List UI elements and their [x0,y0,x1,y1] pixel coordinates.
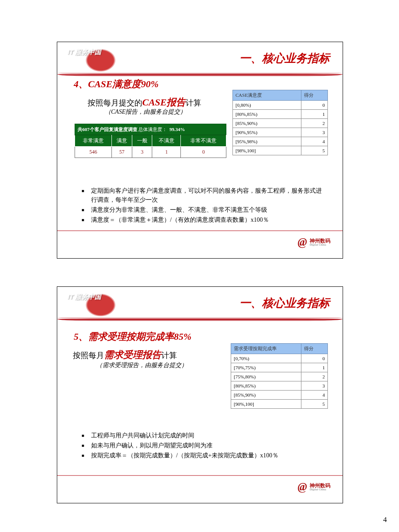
score-range: [75%,80%) [231,372,301,381]
survey-h: 非常不满意 [181,135,226,147]
score-table: 需求受理按期完成率 得分 [0,70%)0 [70%,75%)1 [75%,80… [231,343,328,409]
list-item: 定期面向客户进行客户满意度调查，可以对不同的服务内容，服务工程师，服务形式进行调… [82,186,324,204]
score-table: CASE满意度 得分 [0,80%)0 [80%,85%)1 [85%,90%)… [232,90,328,155]
score-range: [90%,95%) [233,128,301,137]
it-badge: IT 服务中国 [68,293,101,301]
list-item: 满意度分为非常满意、满意、一般、不满意、非常不满意五个等级 [82,205,324,214]
score-range: [70%,75%) [231,363,301,372]
score-value: 4 [301,391,328,400]
score-header-score: 得分 [301,344,328,354]
score-value: 5 [301,400,328,409]
score-header-range: CASE满意度 [233,90,301,101]
survey-v: 3 [132,147,152,158]
logo-swirl-icon: @ [298,480,307,493]
survey-summary: 共607个客户回复满意度调查 总体满意度： 99.34% [75,124,226,135]
table-row: [80%,85%)1 [233,110,328,119]
score-value: 5 [301,146,328,155]
table-row: [80%,85%)3 [231,381,328,391]
survey-count: 共607个客户回复满意度调查 [78,127,137,132]
slide-desc-sub: （CASE报告，由服务台提交） [105,108,186,116]
score-range: [90%,100] [231,400,301,409]
footer-logo: @ 神州数码 Digital China [298,480,330,493]
table-header-row: CASE满意度 得分 [233,90,328,101]
slide-desc: 按照每月提交的CASE报告计算 [88,96,201,109]
section-title: 一、核心业务指标 [239,51,330,66]
desc-pre: 按照每月 [73,351,104,360]
slide-subtitle: 5、需求受理按期完成率85% [74,330,260,343]
footer-divider [57,475,343,476]
score-value: 2 [301,119,328,128]
score-header-range: 需求受理按期完成率 [231,344,301,354]
bullet-list: 定期面向客户进行客户满意度调查，可以对不同的服务内容，服务工程师，服务形式进行调… [82,186,324,225]
logo-cn: 神州数码 [310,238,330,243]
survey-v: 546 [75,147,112,158]
slide-1: IT 服务中国 一、核心业务指标 4、CASE满意度90% 按照每月提交的CAS… [57,42,343,259]
table-header-row: 非常满意 满意 一般 不满意 非常不满意 [75,135,226,147]
score-value: 3 [301,128,328,137]
table-row: [0,70%)0 [231,354,328,363]
score-value: 1 [301,110,328,119]
table-row: [85%,90%)2 [233,119,328,128]
survey-block: 共607个客户回复满意度调查 总体满意度： 99.34% 非常满意 满意 一般 … [75,124,226,158]
desc-post: 计算 [186,99,201,107]
survey-h: 一般 [132,135,152,147]
survey-h: 满意 [112,135,132,147]
desc-post: 计算 [161,351,177,360]
slide-2: IT 服务中国 一、核心业务指标 5、需求受理按期完成率85% 按照每月需求受理… [57,286,343,503]
bullet-list: 工程师与用户共同确认计划完成的时间 如未与用户确认，则以用户期望完成时间为准 按… [82,431,324,461]
logo-en: Digital China [310,243,330,246]
survey-v: 57 [112,147,132,158]
slide-subtitle: 4、CASE满意度90% [74,78,159,91]
table-row: [95%,98%)4 [233,137,328,146]
table-row: 546 57 3 1 0 [75,147,226,158]
list-item: 满意度＝（非常满意＋满意）/（有效的满意度调查表数量）x100％ [82,215,324,224]
logo-en: Digital China [310,488,330,491]
table-row: [70%,75%)1 [231,363,328,372]
table-header-row: 需求受理按期完成率 得分 [231,344,328,354]
score-range: [85%,90%) [231,391,301,400]
logo-cn: 神州数码 [310,483,330,488]
desc-pre: 按照每月提交的 [88,99,142,107]
page-number: 4 [383,516,387,524]
slide-desc-sub: （需求受理报告，由服务台提交） [96,361,187,369]
list-item: 按期完成率＝（按期完成数量）/（按期完成+未按期完成数量）x100％ [82,451,324,460]
logo-swirl-icon: @ [298,236,307,249]
score-value: 2 [301,372,328,381]
section-title: 一、核心业务指标 [239,296,330,311]
table-row: [75%,80%)2 [231,372,328,381]
score-range: [0,70%) [231,354,301,363]
header-divider [57,319,343,321]
survey-v: 1 [152,147,181,158]
score-header-score: 得分 [301,90,328,101]
table-row: [90%,100]5 [231,400,328,409]
survey-table: 非常满意 满意 一般 不满意 非常不满意 546 57 3 1 0 [75,135,226,158]
score-value: 1 [301,363,328,372]
footer-divider [57,230,343,231]
table-row: [90%,95%)3 [233,128,328,137]
survey-pct: 99.34% [170,127,185,132]
score-range: [95%,98%) [233,137,301,146]
score-value: 0 [301,101,328,110]
table-row: [85%,90%)4 [231,391,328,400]
table-row: [98%,100]5 [233,146,328,155]
score-range: [98%,100] [233,146,301,155]
score-range: [0,80%) [233,101,301,110]
list-item: 如未与用户确认，则以用户期望完成时间为准 [82,441,324,450]
survey-h: 不满意 [152,135,181,147]
score-value: 0 [301,354,328,363]
score-range: [85%,90%) [233,119,301,128]
desc-em: 需求受理报告 [104,349,161,360]
header-divider [57,74,343,76]
table-row: [0,80%)0 [233,101,328,110]
score-value: 4 [301,137,328,146]
survey-label: 总体满意度： [137,127,167,132]
score-range: [80%,85%) [233,110,301,119]
survey-h: 非常满意 [75,135,112,147]
desc-em: CASE报告 [142,97,186,108]
slide-desc: 按照每月需求受理报告计算 [73,348,177,361]
it-badge: IT 服务中国 [68,48,101,56]
score-range: [80%,85%) [231,381,301,391]
survey-v: 0 [181,147,226,158]
list-item: 工程师与用户共同确认计划完成的时间 [82,431,324,440]
footer-logo: @ 神州数码 Digital China [298,236,330,249]
